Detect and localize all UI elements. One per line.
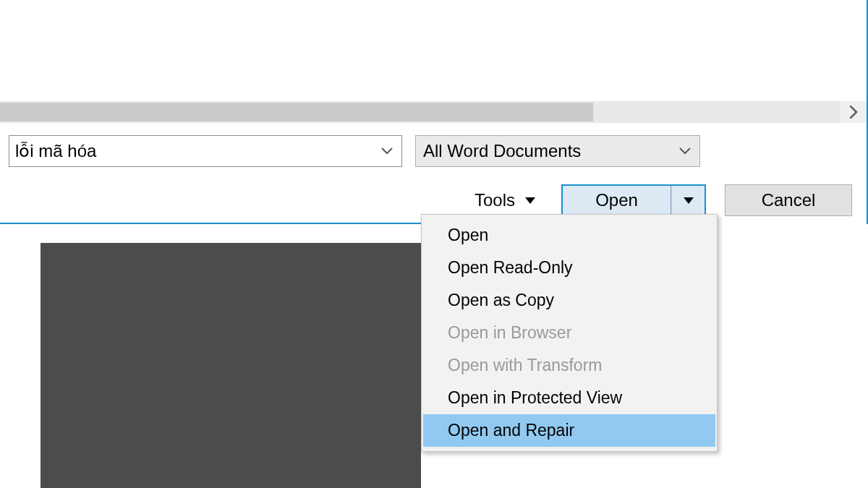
open-dialog-panel: All Word Documents Tools Open Cancel — [0, 0, 868, 224]
open-menu-item: Open with Transform — [423, 349, 715, 382]
open-menu-item[interactable]: Open and Repair — [423, 414, 715, 447]
filename-combobox[interactable] — [9, 135, 402, 167]
horizontal-scrollbar[interactable] — [0, 101, 867, 123]
open-menu-item[interactable]: Open in Protected View — [423, 382, 715, 414]
open-menu-item[interactable]: Open as Copy — [423, 284, 715, 317]
open-button[interactable]: Open — [563, 186, 671, 215]
tools-label: Tools — [475, 190, 515, 210]
open-menu-item[interactable]: Open Read-Only — [423, 252, 715, 284]
cancel-button[interactable]: Cancel — [725, 184, 852, 216]
scroll-right-button[interactable] — [841, 101, 867, 123]
open-menu-item: Open in Browser — [423, 317, 715, 349]
tools-menu-button[interactable]: Tools — [475, 190, 535, 210]
chevron-down-icon — [525, 197, 535, 204]
open-dropdown-button[interactable] — [671, 186, 705, 215]
scrollbar-thumb[interactable] — [0, 103, 593, 121]
open-menu-item[interactable]: Open — [423, 219, 715, 252]
document-background — [41, 243, 421, 488]
filetype-dropdown-button[interactable] — [671, 136, 699, 166]
open-split-button[interactable]: Open — [561, 184, 706, 216]
filename-input[interactable] — [9, 140, 373, 162]
filetype-filter-label: All Word Documents — [416, 141, 671, 161]
scrollbar-track[interactable] — [0, 101, 841, 123]
filetype-filter-combobox[interactable]: All Word Documents — [415, 135, 700, 167]
filename-dropdown-button[interactable] — [373, 136, 401, 166]
file-fields-row: All Word Documents — [0, 133, 867, 169]
chevron-down-icon — [684, 197, 694, 204]
open-options-menu: OpenOpen Read-OnlyOpen as CopyOpen in Br… — [421, 214, 718, 452]
dialog-buttons-row: Tools Open Cancel — [0, 182, 867, 218]
